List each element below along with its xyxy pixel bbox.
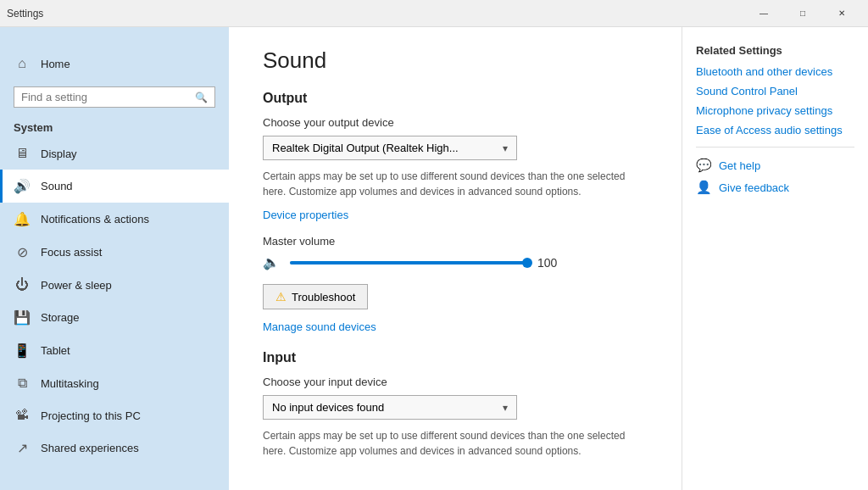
volume-row: 🔈 100	[263, 254, 648, 270]
give-feedback-button[interactable]: 👤 Give feedback	[696, 180, 854, 195]
close-button[interactable]: ✕	[822, 0, 861, 27]
get-help-icon: 💬	[696, 158, 712, 173]
sidebar-item-tablet[interactable]: 📱 Tablet	[0, 334, 229, 367]
maximize-button[interactable]: □	[783, 0, 822, 27]
home-icon: ⌂	[14, 56, 31, 71]
volume-value: 100	[537, 256, 563, 270]
main-content: Sound Output Choose your output device R…	[229, 27, 682, 490]
related-ease-access-link[interactable]: Ease of Access audio settings	[696, 124, 854, 136]
search-box: 🔍	[14, 86, 215, 108]
related-mic-privacy-link[interactable]: Microphone privacy settings	[696, 104, 854, 117]
dropdown-arrow-icon: ▾	[503, 142, 508, 154]
get-help-label: Get help	[719, 159, 760, 172]
sidebar-item-label: Storage	[41, 311, 80, 324]
slider-fill	[290, 261, 527, 264]
related-settings-panel: Related Settings Bluetooth and other dev…	[682, 27, 868, 490]
get-help-button[interactable]: 💬 Get help	[696, 158, 854, 173]
dropdown-arrow-icon2: ▾	[503, 402, 508, 414]
sidebar-item-label: Projecting to this PC	[41, 409, 141, 422]
warning-icon: ⚠	[275, 290, 287, 303]
related-bluetooth-link[interactable]: Bluetooth and other devices	[696, 65, 854, 78]
sidebar-item-notifications[interactable]: 🔔 Notifications & actions	[0, 203, 229, 236]
input-choose-label: Choose your input device	[263, 376, 648, 388]
sidebar-item-label: Focus assist	[41, 246, 102, 259]
output-section-title: Output	[263, 91, 648, 106]
related-sound-panel-link[interactable]: Sound Control Panel	[696, 85, 854, 97]
output-device-dropdown[interactable]: Realtek Digital Output (Realtek High... …	[263, 136, 517, 160]
volume-label: Master volume	[263, 235, 648, 248]
app-title: Settings	[7, 8, 43, 19]
sidebar-item-label: Power & sleep	[41, 279, 112, 292]
sidebar-item-home[interactable]: ⌂ Home	[0, 47, 229, 80]
related-divider	[696, 147, 854, 148]
sidebar: ⌂ Home 🔍 System 🖥 Display 🔊 Sound 🔔 Noti…	[0, 27, 229, 490]
sidebar-item-label: Sound	[41, 180, 73, 192]
sidebar-item-label: Multitasking	[41, 377, 99, 390]
search-input[interactable]	[21, 91, 188, 103]
sidebar-item-label: Home	[41, 58, 70, 70]
app-layout: ⌂ Home 🔍 System 🖥 Display 🔊 Sound 🔔 Noti…	[0, 27, 868, 490]
tablet-icon: 📱	[14, 342, 31, 359]
manage-sound-devices-link[interactable]: Manage sound devices	[263, 320, 376, 333]
multitasking-icon: ⧉	[14, 376, 31, 391]
related-settings-title: Related Settings	[696, 44, 854, 57]
input-device-dropdown[interactable]: No input devices found ▾	[263, 395, 517, 420]
sidebar-item-label: Display	[41, 148, 77, 160]
volume-section: Master volume 🔈 100	[263, 235, 648, 270]
slider-thumb	[522, 258, 532, 268]
section-label: System	[0, 114, 229, 137]
output-choose-label: Choose your output device	[263, 116, 648, 129]
input-section-title: Input	[263, 350, 648, 365]
power-icon: ⏻	[14, 277, 31, 292]
notifications-icon: 🔔	[14, 211, 31, 227]
page-title: Sound	[263, 47, 648, 74]
output-hint-text: Certain apps may be set up to use differ…	[263, 169, 648, 199]
sidebar-item-label: Tablet	[41, 344, 70, 357]
give-feedback-icon: 👤	[696, 180, 712, 195]
projecting-icon: 📽	[14, 408, 31, 423]
input-device-value: No input devices found	[272, 401, 384, 414]
device-properties-link[interactable]: Device properties	[263, 209, 348, 221]
sidebar-item-label: Notifications & actions	[41, 213, 149, 226]
sidebar-item-label: Shared experiences	[41, 442, 139, 454]
titlebar: Settings — □ ✕	[0, 0, 868, 27]
minimize-button[interactable]: —	[744, 0, 783, 27]
sidebar-header	[0, 27, 229, 47]
volume-icon: 🔈	[263, 254, 280, 270]
sidebar-item-storage[interactable]: 💾 Storage	[0, 301, 229, 334]
sidebar-item-focus[interactable]: ⊘ Focus assist	[0, 236, 229, 269]
troubleshoot-button[interactable]: ⚠ Troubleshoot	[263, 284, 368, 309]
sidebar-item-display[interactable]: 🖥 Display	[0, 137, 229, 170]
window-controls: — □ ✕	[744, 0, 861, 27]
sidebar-item-shared[interactable]: ↗ Shared experiences	[0, 432, 229, 465]
troubleshoot-label: Troubleshoot	[292, 291, 355, 303]
input-hint-text: Certain apps may be set up to use differ…	[263, 428, 648, 459]
shared-icon: ↗	[14, 440, 31, 456]
display-icon: 🖥	[14, 146, 31, 161]
storage-icon: 💾	[14, 309, 31, 326]
volume-slider[interactable]	[290, 261, 527, 264]
give-feedback-label: Give feedback	[719, 181, 789, 194]
sidebar-item-multitasking[interactable]: ⧉ Multitasking	[0, 367, 229, 399]
output-device-value: Realtek Digital Output (Realtek High...	[272, 142, 459, 154]
sidebar-item-projecting[interactable]: 📽 Projecting to this PC	[0, 399, 229, 432]
sidebar-item-power[interactable]: ⏻ Power & sleep	[0, 269, 229, 301]
focus-icon: ⊘	[14, 244, 31, 260]
sound-icon: 🔊	[14, 178, 31, 194]
sidebar-item-sound[interactable]: 🔊 Sound	[0, 170, 229, 203]
search-icon: 🔍	[195, 92, 208, 103]
